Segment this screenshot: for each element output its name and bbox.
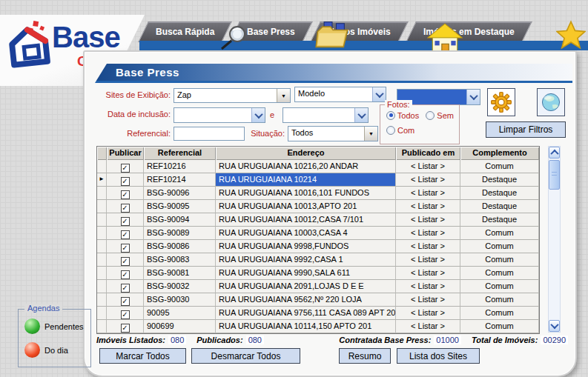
endereco-cell[interactable]: RUA URUGUAIANA 10003,CASA 4 — [216, 227, 396, 240]
table-row[interactable]: BSG-90095RUA URUGUAIANA 10013,APTO 201< … — [97, 200, 539, 213]
data-from-select[interactable] — [174, 107, 265, 123]
table-row[interactable]: BSG-90089RUA URUGUAIANA 10003,CASA 4< Li… — [97, 227, 539, 240]
publicado-em-link[interactable]: < Listar > — [396, 280, 460, 293]
publicar-checkbox[interactable] — [121, 297, 130, 306]
table-row[interactable]: REF10216RUA URUGUAIANA 10216,20 ANDAR< L… — [97, 160, 539, 173]
publicar-checkbox[interactable] — [121, 244, 130, 253]
endereco-cell[interactable]: RUA URUGUAIANA 9992,CASA 1 — [216, 253, 396, 267]
table-row[interactable]: BSG-90081RUA URUGUAIANA 9990,SALA 611< L… — [97, 267, 539, 280]
table-row[interactable]: BSG-90096RUA URUGUAIANA 10016,101 FUNDOS… — [97, 187, 539, 200]
desmarcar-todos-button[interactable]: Desmarcar Todos — [191, 348, 300, 364]
fotos-radio-todos[interactable] — [386, 111, 395, 120]
situacao-select[interactable]: Todos — [288, 126, 378, 141]
referencial-input[interactable] — [174, 127, 245, 141]
chevron-down-icon[interactable] — [372, 87, 386, 101]
publicar-checkbox[interactable] — [121, 177, 130, 186]
tab-busca-rapida[interactable]: Busca Rápida — [138, 21, 232, 42]
chevron-down-icon[interactable] — [466, 90, 480, 104]
chevron-down-icon[interactable] — [354, 108, 368, 122]
publicar-checkbox[interactable] — [121, 310, 130, 319]
publicar-checkbox[interactable] — [121, 270, 130, 279]
table-row[interactable]: BSG-90094RUA URUGUAIANA 10012,CASA 7/101… — [97, 213, 539, 227]
complemento-cell: Destaque — [460, 187, 539, 200]
publicado-em-link[interactable]: < Listar > — [396, 227, 460, 240]
lista-dos-sites-button[interactable]: Lista dos Sites — [397, 348, 480, 364]
table-row[interactable]: BSG-90030RUA URUGUAIANA 9562,Nº 220 LOJA… — [97, 293, 539, 307]
publicar-checkbox[interactable] — [121, 324, 130, 333]
publicado-em-link[interactable]: < Listar > — [396, 253, 460, 267]
endereco-cell[interactable]: RUA URUGUAIANA 9756,111 CASA 089 APT 201 — [216, 307, 396, 320]
limpar-filtros-button[interactable]: Limpar Filtros — [486, 121, 566, 138]
table-row[interactable]: 900699RUA URUGUAIANA 10114,150 APTO 201<… — [97, 320, 539, 333]
agendas-pendentes-item[interactable]: Pendentes — [24, 318, 84, 334]
endereco-cell[interactable]: RUA URUGUAIANA 10216,20 ANDAR — [216, 160, 396, 173]
publicar-checkbox[interactable] — [121, 284, 130, 293]
referencial-header[interactable]: Referencial — [144, 147, 216, 160]
page-title-bar: Base Press — [95, 64, 572, 83]
referencial-cell: BSG-90096 — [144, 187, 216, 200]
table-row[interactable]: ►REF10214RUA URUGUAIANA 10214< Listar >D… — [97, 173, 539, 187]
publicar-checkbox[interactable] — [121, 190, 130, 199]
publicado-em-link[interactable]: < Listar > — [396, 320, 460, 333]
publicado-em-header[interactable]: Publicado em — [396, 147, 460, 160]
endereco-cell[interactable]: RUA URUGUAIANA 9998,FUNDOS — [216, 240, 396, 253]
publicado-em-link[interactable]: < Listar > — [396, 173, 460, 187]
row-pointer-cell — [97, 227, 107, 240]
page-title: Base Press — [95, 64, 572, 81]
globe-button[interactable] — [537, 88, 565, 116]
table-row[interactable]: BSG-90032RUA URUGUAIANA 2091,LOJAS D E E… — [97, 280, 539, 293]
dropdown-arrow-icon[interactable] — [364, 127, 377, 141]
endereco-cell[interactable]: RUA URUGUAIANA 10013,APTO 201 — [216, 200, 396, 213]
endereco-header[interactable]: Endereço — [216, 147, 396, 160]
marcar-todos-button[interactable]: Marcar Todos — [99, 348, 186, 364]
publicado-em-link[interactable]: < Listar > — [396, 213, 460, 227]
publicar-header[interactable]: Publicar — [107, 147, 144, 160]
table-scrollbar[interactable] — [548, 146, 561, 333]
endereco-cell[interactable]: RUA URUGUAIANA 10016,101 FUNDOS — [216, 187, 396, 200]
endereco-cell[interactable]: RUA URUGUAIANA 10012,CASA 7/101 — [216, 213, 396, 227]
publicar-checkbox[interactable] — [121, 164, 130, 173]
publicado-em-link[interactable]: < Listar > — [396, 200, 460, 213]
row-pointer-cell — [97, 307, 107, 320]
complemento-header[interactable]: Complemento — [460, 147, 539, 160]
table-row[interactable]: BSG-90083RUA URUGUAIANA 9992,CASA 1< Lis… — [97, 253, 539, 267]
row-pointer-cell — [97, 213, 107, 227]
referencial-cell: BSG-90083 — [144, 253, 216, 267]
referencial-cell: REF10216 — [144, 160, 216, 173]
table-row[interactable]: 90095RUA URUGUAIANA 9756,111 CASA 089 AP… — [97, 307, 539, 320]
endereco-cell[interactable]: RUA URUGUAIANA 2091,LOJAS D E E — [216, 280, 396, 293]
fotos-radio-sem[interactable] — [426, 111, 435, 120]
endereco-cell[interactable]: RUA URUGUAIANA 10214 — [216, 173, 396, 187]
publicar-checkbox[interactable] — [121, 217, 130, 226]
agendas-dodia-item[interactable]: Do dia — [24, 342, 68, 358]
endereco-cell[interactable]: RUA URUGUAIANA 9562,Nº 220 LOJA — [216, 293, 396, 307]
modelo-select[interactable]: Modelo — [294, 87, 386, 102]
resumo-button[interactable]: Resumo — [339, 348, 391, 364]
publicado-em-link[interactable]: < Listar > — [396, 160, 460, 173]
table-row[interactable]: BSG-90086RUA URUGUAIANA 9998,FUNDOS< Lis… — [97, 240, 539, 253]
scrollbar-thumb[interactable] — [549, 160, 560, 190]
chevron-down-icon[interactable] — [251, 108, 265, 122]
scroll-down-button[interactable] — [549, 320, 560, 332]
gear-button[interactable] — [487, 88, 515, 116]
endereco-cell[interactable]: RUA URUGUAIANA 9990,SALA 611 — [216, 267, 396, 280]
publicado-em-link[interactable]: < Listar > — [396, 307, 460, 320]
scroll-up-button[interactable] — [549, 147, 560, 159]
tab-imoveis-destaque[interactable]: Imóveis em Destaque — [406, 21, 532, 42]
publicado-em-link[interactable]: < Listar > — [396, 240, 460, 253]
publicado-em-link[interactable]: < Listar > — [396, 267, 460, 280]
dropdown-arrow-icon[interactable] — [277, 89, 290, 102]
magnifier-icon — [219, 24, 249, 51]
publicar-checkbox[interactable] — [121, 204, 130, 213]
publicar-checkbox[interactable] — [121, 230, 130, 239]
fotos-radio-com[interactable] — [386, 126, 395, 135]
data-to-select[interactable] — [283, 107, 369, 123]
publicar-cell — [107, 253, 144, 267]
selector-header-cell — [97, 147, 107, 160]
endereco-cell[interactable]: RUA URUGUAIANA 10114,150 APTO 201 — [216, 320, 396, 333]
publicado-em-link[interactable]: < Listar > — [396, 187, 460, 200]
publicado-em-link[interactable]: < Listar > — [396, 293, 460, 307]
publicar-checkbox[interactable] — [121, 257, 130, 266]
sites-exibicao-select[interactable]: Zap — [174, 88, 291, 103]
referencial-cell: 900699 — [144, 320, 216, 333]
